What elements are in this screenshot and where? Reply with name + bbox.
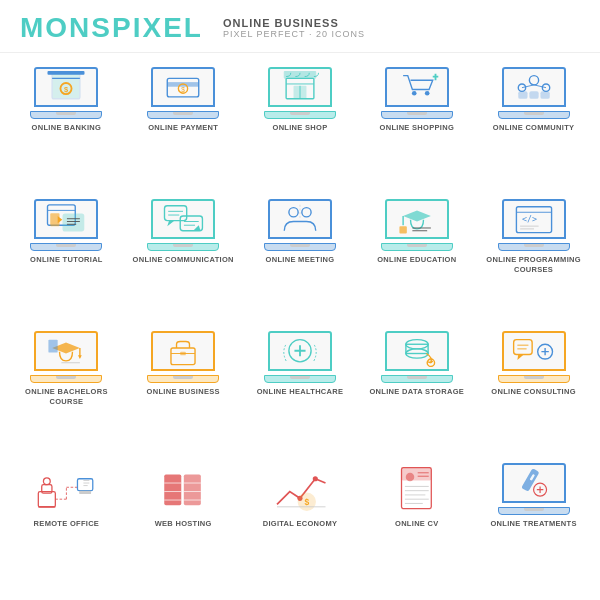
laptop-online-shopping xyxy=(381,67,453,119)
svg-rect-80 xyxy=(79,490,91,493)
svg-point-43 xyxy=(302,207,311,216)
svg-rect-85 xyxy=(164,474,181,505)
base-online-shopping xyxy=(381,111,453,119)
base-online-data-storage xyxy=(381,375,453,383)
svg-rect-56 xyxy=(171,348,195,365)
icon-cell-online-banking: $ ONLINE BANKING xyxy=(10,61,123,189)
screen-online-banking: $ xyxy=(34,67,98,107)
label-online-payment: ONLINE PAYMENT xyxy=(148,123,218,133)
icon-cell-online-education: ONLINE EDUCATION xyxy=(360,193,473,321)
label-online-communication: ONLINE COMMUNICATION xyxy=(133,255,234,265)
svg-rect-25 xyxy=(540,91,549,98)
svg-text:</>: </> xyxy=(522,214,537,224)
screen-online-tutorial xyxy=(34,199,98,239)
laptop-online-tutorial xyxy=(30,199,102,251)
screen-online-data-storage xyxy=(385,331,449,371)
svg-rect-4 xyxy=(48,71,85,75)
icon-cell-online-data-storage: ONLINE DATA STORAGE xyxy=(360,325,473,453)
screen-online-community xyxy=(502,67,566,107)
icon-cell-online-cv: ONLINE CV xyxy=(360,457,473,585)
base-online-bachelors xyxy=(30,375,102,383)
svg-marker-35 xyxy=(167,220,174,226)
svg-point-14 xyxy=(412,91,417,96)
header-subtitle: PIXEL PERFECT · 20 ICONS xyxy=(223,29,365,39)
screen-online-shopping xyxy=(385,67,449,107)
base-online-meeting xyxy=(264,243,336,251)
base-online-banking xyxy=(30,111,102,119)
icon-cell-online-consulting: ONLINE CONSULTING xyxy=(477,325,590,453)
icon-cell-online-business: ONLINE BUSINESS xyxy=(127,325,240,453)
svg-marker-37 xyxy=(193,225,200,231)
svg-rect-34 xyxy=(165,206,187,221)
label-online-bachelors: ONLINE BACHELORS COURSE xyxy=(12,387,121,407)
svg-text:$: $ xyxy=(181,86,185,93)
screen-online-payment: $ xyxy=(151,67,215,107)
header: MONSPIXEL ONLINE BUSINESS PIXEL PERFECT … xyxy=(0,0,600,53)
icon-cell-online-communication: ONLINE COMMUNICATION xyxy=(127,193,240,321)
svg-point-100 xyxy=(406,472,415,481)
laptop-online-bachelors xyxy=(30,331,102,383)
laptop-online-communication xyxy=(147,199,219,251)
svg-line-21 xyxy=(522,85,534,88)
svg-rect-24 xyxy=(529,91,538,98)
laptop-online-consulting xyxy=(498,331,570,383)
screen-online-healthcare xyxy=(268,331,332,371)
base-online-healthcare xyxy=(264,375,336,383)
icon-cell-online-programming: </> ONLINE PROGRAMMING COURSES xyxy=(477,193,590,321)
base-online-business xyxy=(147,375,219,383)
svg-rect-54 xyxy=(49,339,58,352)
base-online-consulting xyxy=(498,375,570,383)
icon-cell-online-shop: ONLINE SHOP xyxy=(244,61,357,189)
laptop-online-meeting xyxy=(264,199,336,251)
label-online-tutorial: ONLINE TUTORIAL xyxy=(30,255,103,265)
label-online-treatments: ONLINE TREATMENTS xyxy=(490,519,576,529)
icon-cell-web-hosting: WEB HOSTING xyxy=(127,457,240,585)
base-online-community xyxy=(498,111,570,119)
label-online-consulting: ONLINE CONSULTING xyxy=(491,387,576,397)
screen-online-treatments xyxy=(502,463,566,503)
label-digital-economy: DIGITAL ECONOMY xyxy=(263,519,338,529)
svg-rect-23 xyxy=(518,91,527,98)
laptop-online-shop xyxy=(264,67,336,119)
label-web-hosting: WEB HOSTING xyxy=(155,519,212,529)
label-online-meeting: ONLINE MEETING xyxy=(266,255,335,265)
standalone-remote-office xyxy=(30,463,102,515)
svg-rect-28 xyxy=(64,214,84,231)
laptop-online-data-storage xyxy=(381,331,453,383)
base-online-education xyxy=(381,243,453,251)
svg-rect-99 xyxy=(402,467,432,480)
laptop-online-programming: </> xyxy=(498,199,570,251)
icon-cell-online-bachelors: ONLINE BACHELORS COURSE xyxy=(10,325,123,453)
standalone-web-hosting xyxy=(147,463,219,515)
svg-rect-66 xyxy=(513,339,532,354)
laptop-online-treatments xyxy=(498,463,570,515)
svg-marker-33 xyxy=(58,216,63,223)
screen-online-programming: </> xyxy=(502,199,566,239)
brand-logo: MONSPIXEL xyxy=(20,12,203,44)
screen-online-bachelors xyxy=(34,331,98,371)
laptop-online-banking: $ xyxy=(30,67,102,119)
svg-line-22 xyxy=(534,85,546,88)
label-online-programming: ONLINE PROGRAMMING COURSES xyxy=(479,255,588,275)
label-online-banking: ONLINE BANKING xyxy=(32,123,102,133)
svg-rect-58 xyxy=(180,351,186,355)
icon-cell-online-meeting: ONLINE MEETING xyxy=(244,193,357,321)
label-remote-office: REMOTE OFFICE xyxy=(34,519,100,529)
label-online-business: ONLINE BUSINESS xyxy=(147,387,220,397)
base-online-payment xyxy=(147,111,219,119)
svg-rect-45 xyxy=(399,226,406,233)
base-online-communication xyxy=(147,243,219,251)
svg-rect-86 xyxy=(184,474,201,505)
svg-point-75 xyxy=(43,478,50,485)
standalone-digital-economy: $ xyxy=(264,463,336,515)
label-online-shopping: ONLINE SHOPPING xyxy=(380,123,455,133)
label-online-cv: ONLINE CV xyxy=(395,519,439,529)
base-online-treatments xyxy=(498,507,570,515)
laptop-online-community xyxy=(498,67,570,119)
icon-cell-online-treatments: ONLINE TREATMENTS xyxy=(477,457,590,585)
screen-online-shop xyxy=(268,67,332,107)
label-online-healthcare: ONLINE HEALTHCARE xyxy=(257,387,344,397)
icon-cell-online-shopping: ONLINE SHOPPING xyxy=(360,61,473,189)
icon-cell-digital-economy: $ DIGITAL ECONOMY xyxy=(244,457,357,585)
svg-point-15 xyxy=(425,91,430,96)
